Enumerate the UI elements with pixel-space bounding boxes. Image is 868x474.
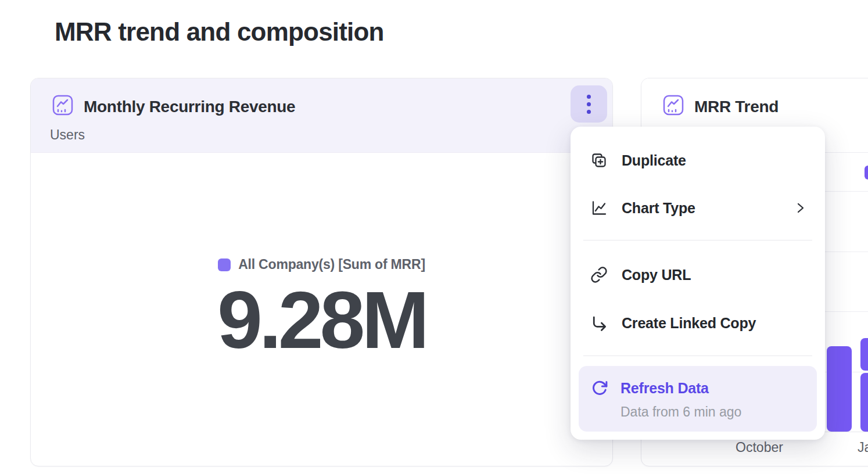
kpi-value: 9.28M	[31, 279, 612, 361]
menu-divider	[583, 356, 812, 356]
page-title: MRR trend and composition	[55, 17, 384, 46]
bar-segment[interactable]	[860, 338, 868, 371]
kebab-vertical-dots-icon	[587, 95, 591, 114]
menu-item-label: Duplicate	[622, 152, 686, 169]
link-icon	[590, 266, 608, 283]
card-context-menu: Duplicate Chart Type Copy URL	[571, 127, 825, 440]
x-tick-label: Ja	[858, 440, 868, 455]
legend-label: All Company(s) [Sum of MRR]	[238, 257, 425, 272]
menu-item-label: Create Linked Copy	[622, 315, 756, 332]
mrr-card: Monthly Recurring Revenue Users All Comp…	[30, 78, 613, 466]
refresh-data-age: Data from 6 min ago	[620, 404, 741, 420]
bar[interactable]	[827, 346, 852, 432]
mrr-card-title: Monthly Recurring Revenue	[84, 98, 295, 116]
mrr-trend-card-title: MRR Trend	[694, 98, 779, 116]
chart-type-icon	[590, 199, 608, 217]
menu-item-create-linked-copy[interactable]: Create Linked Copy	[590, 309, 808, 337]
duplicate-icon	[590, 152, 608, 169]
line-chart-in-square-icon	[52, 94, 74, 116]
legend-swatch	[218, 258, 231, 271]
mrr-card-header: Monthly Recurring Revenue Users	[31, 78, 612, 153]
x-tick-label: October	[729, 440, 790, 455]
kpi-legend: All Company(s) [Sum of MRR]	[31, 257, 612, 272]
line-chart-in-square-icon	[662, 94, 684, 116]
refresh-icon	[591, 379, 608, 397]
linked-copy-icon	[590, 314, 608, 332]
menu-divider	[583, 240, 812, 240]
mrr-card-subtitle: Users	[50, 127, 85, 143]
menu-item-chart-type[interactable]: Chart Type	[590, 194, 808, 222]
menu-item-copy-url[interactable]: Copy URL	[590, 261, 808, 289]
menu-item-label: Copy URL	[622, 267, 691, 283]
menu-item-label: Chart Type	[622, 200, 695, 217]
menu-item-refresh-data[interactable]: Refresh Data Data from 6 min ago	[579, 366, 817, 432]
bar-segment[interactable]	[860, 373, 868, 432]
card-menu-button[interactable]	[571, 85, 607, 123]
trend-legend-swatch	[865, 166, 868, 179]
chevron-right-icon	[792, 200, 808, 216]
menu-item-label: Refresh Data	[620, 380, 709, 397]
menu-item-duplicate[interactable]: Duplicate	[590, 146, 808, 174]
